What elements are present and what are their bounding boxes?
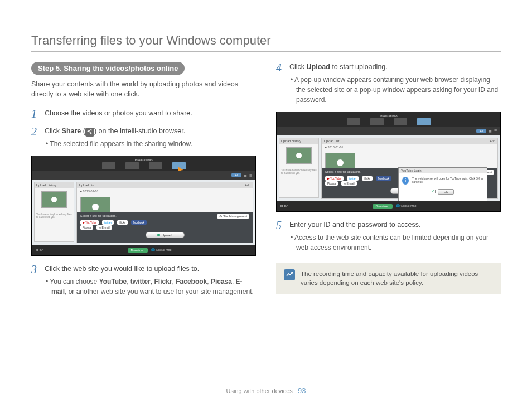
ss-all-pill: All [231, 173, 241, 177]
step-text: Click Share () on the Intelli-studio bro… [45, 127, 185, 135]
ss-site-twitter: twitter [347, 176, 359, 181]
ss-video-thumbnail [41, 191, 67, 208]
ss-site-facebook: facebook [131, 220, 147, 225]
step-number: 2 [31, 126, 39, 149]
ss-statusbar: 🖥 PC Download 🌐 Global Map [277, 201, 500, 211]
ss-statusbar: 🖥 PC Download 🌐 Global Map [32, 245, 255, 255]
ss-site-email: ✉ E-mail [96, 225, 112, 230]
ss-tab [394, 118, 407, 125]
page-title: Transferring files to your Windows compu… [31, 33, 501, 52]
note-text: The recording time and capacity availabl… [301, 269, 493, 288]
footer-page-number: 93 [298, 386, 306, 395]
ss-header-label: Upload List [324, 139, 340, 143]
ss-empty-note: You have not uploaded any files to a web… [35, 211, 74, 221]
ss-popup-message: The web browser will open for YouTube lo… [412, 177, 483, 185]
page-footer: Using with other devices 93 [0, 386, 532, 395]
ss-upload-history-pane: Upload History You have not uploaded any… [34, 182, 74, 242]
ss-pc-label: 🖥 PC [280, 205, 288, 208]
app-screenshot-2: Intelli-studio All ▦ ☰ Upload History Yo… [276, 112, 501, 212]
step-text: Click the web site you would like to upl… [45, 265, 199, 273]
ss-pane-header: Upload List Add [77, 182, 253, 188]
step-4: 4 Click Upload to start uploading. A pop… [276, 62, 501, 105]
ss-toolbar: All ▦ ☰ [277, 127, 500, 135]
bold-word-upload: Upload [307, 63, 330, 71]
step-number: 5 [276, 220, 284, 253]
step-bullet: You can choose YouTube, twitter, Flickr,… [45, 277, 256, 297]
ss-select-site-label: Select a site for uploading. [80, 214, 117, 219]
text-fragment: Click [45, 127, 62, 135]
ss-brand-text: Intelli-studio [379, 114, 397, 118]
ss-site-twitter: twitter [102, 220, 114, 225]
step-bullet: The selected file appears in the sharing… [45, 139, 256, 149]
right-column: 4 Click Upload to start uploading. A pop… [276, 62, 501, 303]
ss-upload-button: Upload! [146, 232, 185, 238]
text-fragment: ( [81, 127, 85, 135]
step-5: 5 Enter your ID and the password to acce… [276, 220, 501, 253]
bold-word: twitter [130, 278, 151, 285]
ss-header-label: Upload List [79, 183, 95, 187]
text-fragment: You can choose [50, 278, 99, 285]
ss-upload-history-pane: Upload History You have not uploaded any… [279, 138, 319, 198]
ss-site-picasa: Picasa [80, 225, 93, 230]
bold-word: Facebook [176, 278, 207, 285]
ss-site-flickr: flickr [362, 176, 372, 181]
ss-download-button: Download [128, 248, 148, 253]
ss-tab [149, 162, 162, 169]
ss-site-facebook: facebook [376, 176, 391, 181]
ss-popup-ok-button: OK [438, 189, 454, 195]
ss-add-label: Add [490, 139, 495, 143]
bold-word: Picasa [211, 278, 232, 285]
text-fragment: ) on the Intelli-studio browser. [94, 127, 185, 135]
ss-site-flickr: flickr [117, 220, 127, 225]
ss-sites-row-2: Picasa ✉ E-mail [80, 225, 249, 230]
step-text: Choose the videos or photos you want to … [45, 109, 192, 117]
ss-all-pill: All [476, 129, 486, 133]
ss-sites-row: ▶ YouTube twitter flickr facebook [80, 220, 249, 225]
ss-download-button: Download [373, 204, 393, 209]
steps-list-left: 1 Choose the videos or photos you want t… [31, 108, 256, 149]
ss-login-popup: YouTube Login i The web browser will ope… [398, 167, 487, 203]
ss-pane-header: Upload History [279, 138, 318, 144]
ss-thumb-icon: ▦ [489, 129, 492, 133]
text-fragment: to start uploading. [330, 63, 388, 71]
ss-date-text: 2013-01-01 [328, 146, 344, 149]
bold-word: YouTube [99, 278, 127, 285]
ss-tab [102, 162, 115, 169]
step-5-badge: Step 5. Sharing the videos/photos online [31, 62, 185, 75]
ss-site-youtube: ▶ YouTube [80, 220, 99, 225]
bold-word-share: Share [62, 127, 81, 135]
step-text: Click Upload to start uploading. [289, 63, 388, 71]
ss-popup-checkbox [432, 190, 436, 193]
ss-titlebar: Intelli-studio [277, 112, 500, 127]
ss-globalmap-label: 🌐 Global Map [396, 204, 417, 209]
footer-section-label: Using with other devices [226, 387, 293, 394]
ss-titlebar: Intelli-studio [32, 156, 255, 171]
ss-upload-list-pane: Upload List Add ▸ 2013-01-01 ☐ HDV_0001 … [321, 138, 498, 199]
ss-pc-label: 🖥 PC [35, 249, 43, 252]
step-text: Enter your ID and the password to access… [289, 221, 421, 229]
ss-upload-list-pane: Upload List Add ▸ 2013-01-01 ☐ HDV_0001 … [76, 182, 253, 243]
step-number: 1 [31, 108, 39, 119]
step-2: 2 Click Share () on the Intelli-studio b… [31, 126, 256, 149]
steps-list-right: 4 Click Upload to start uploading. A pop… [276, 62, 501, 105]
ss-popup-title: YouTube Login [399, 168, 487, 173]
ss-site-picasa: Picasa [325, 181, 338, 186]
ss-site-panel: Select a site for uploading. ⚙ Site Mana… [77, 212, 253, 243]
ss-list-icon: ☰ [494, 129, 497, 133]
step-number: 4 [276, 62, 284, 105]
share-icon [85, 128, 94, 137]
ss-site-youtube: ▶ YouTube [325, 176, 344, 181]
ss-date-row: ▸ 2013-01-01 [77, 188, 253, 195]
info-icon: i [402, 177, 409, 185]
step-bullet: A pop-up window appears containing your … [289, 75, 501, 105]
ss-tab [125, 162, 139, 169]
ss-pane-header: Upload List Add [322, 138, 497, 144]
ss-list-icon: ☰ [249, 173, 252, 177]
bold-word: Flickr [154, 278, 172, 285]
ss-pane-header: Upload History [35, 182, 74, 188]
ss-globalmap-label: 🌐 Global Map [151, 248, 172, 253]
step-1: 1 Choose the videos or photos you want t… [31, 108, 256, 119]
two-column-layout: Step 5. Sharing the videos/photos online… [31, 62, 501, 303]
step-number: 3 [31, 264, 39, 297]
ss-site-email: ✉ E-mail [341, 181, 357, 186]
